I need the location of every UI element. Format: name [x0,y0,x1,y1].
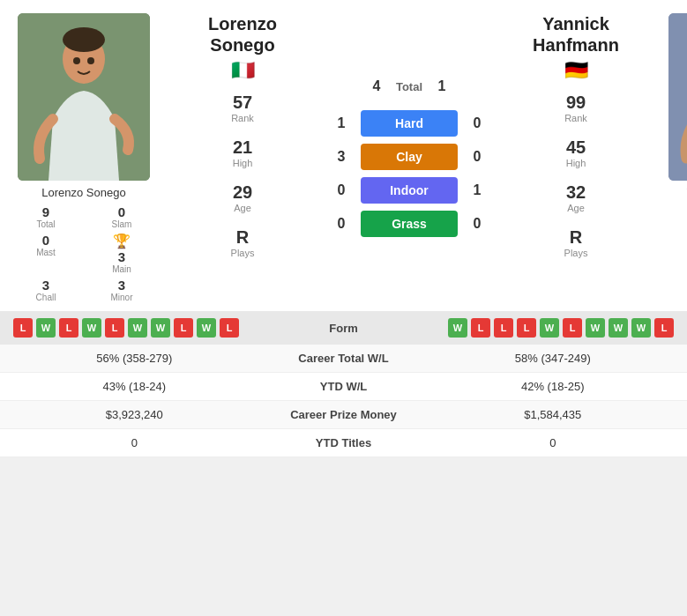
grass-left-score: 0 [331,216,352,232]
stats-row: $3,923,240Career Prize Money$1,584,435 [0,401,687,429]
stats-row: 43% (18-24)YTD W/L42% (18-25) [0,373,687,401]
hard-right-score: 0 [467,115,488,131]
form-badge: L [13,318,33,338]
left-age-label: Age [233,203,252,213]
left-plays-label: Plays [231,248,255,258]
left-form: LWLWLWWLWL [13,318,310,338]
stats-right-value: 58% (347-249) [432,352,675,365]
form-badge: W [151,318,170,338]
right-high-value: 45 [566,137,586,158]
right-rank-value: 99 [564,93,587,113]
h2h-grass-row: 0 Grass 0 [331,211,488,237]
left-player-stats: 9 Total 0 Slam 0 Mast 🏆 3 Main 3 [9,204,159,302]
left-total-label: Total [36,219,55,229]
h2h-hard-row: 1 Hard 0 [331,110,488,137]
left-slam-label: Slam [112,219,132,229]
h2h-section: 4 Total 1 1 Hard 0 3 Clay 0 0 Indoor 1 0 [326,13,492,302]
total-label: Total [396,80,422,93]
form-badge: W [586,318,605,338]
left-minor-value: 3 [118,278,125,293]
left-chall-value: 3 [42,278,49,293]
svg-point-2 [63,27,105,52]
clay-left-score: 3 [331,149,352,165]
form-badge: L [59,318,78,338]
form-badge: L [654,318,674,338]
left-total-value: 9 [42,204,49,219]
right-player-stats: 11 Total 0 Slam 0 Mast 🏆 0 Main 6 [660,204,687,302]
stats-right-value: 42% (18-25) [432,380,675,393]
clay-button[interactable]: Clay [361,144,458,170]
svg-point-3 [73,57,80,64]
stats-right-value: $1,584,435 [432,408,675,421]
right-high-label: High [566,158,586,168]
left-slam-value: 0 [118,204,125,219]
form-badge: W [540,318,559,338]
indoor-left-score: 0 [331,182,352,198]
hard-left-score: 1 [331,115,352,131]
right-age-value: 32 [566,182,586,203]
left-high-label: High [233,158,253,168]
total-left-score: 4 [366,78,387,94]
form-badge: L [174,318,193,338]
form-badge: W [448,318,467,338]
form-badge: W [36,318,56,338]
form-badge: W [128,318,147,338]
total-right-score: 1 [431,78,452,94]
form-section: LWLWLWWLWL Form WLLLWLWWWL [0,311,687,345]
form-badge: L [563,318,582,338]
stats-left-value: 43% (18-24) [13,380,256,393]
stats-left-value: 56% (358-279) [13,352,256,365]
left-minor-label: Minor [110,293,132,302]
left-main-label: Main [112,264,131,274]
right-player-card: Yannick Hanfmann 11 Total 0 Slam 0 Mast … [660,13,687,302]
left-player-photo [18,13,150,181]
hard-button[interactable]: Hard [361,110,458,137]
stats-left-value: 0 [13,436,256,449]
left-chall-label: Chall [36,293,56,302]
right-flag: 🇩🇪 [564,59,588,82]
form-badge: L [105,318,124,338]
right-player-center-name: Yannick Hanfmann [533,13,619,56]
left-mast-label: Mast [36,248,56,257]
left-high-value: 21 [233,137,253,158]
right-plays-value: R [564,227,588,248]
grass-right-score: 0 [467,216,488,232]
stats-right-value: 0 [432,436,675,449]
clay-right-score: 0 [467,149,488,165]
left-flag: 🇮🇹 [231,59,255,82]
left-rank-label: Rank [231,113,254,123]
form-badge: W [82,318,101,338]
right-player-photo [668,13,687,181]
right-plays-label: Plays [564,248,588,258]
left-plays-value: R [231,227,255,248]
left-trophy-icon: 🏆 [113,233,131,249]
left-player-center: Lorenzo Sonego 🇮🇹 57 Rank 21 High 29 Age… [159,13,326,302]
stats-center-label: Career Prize Money [256,408,432,421]
h2h-total-row: 4 Total 1 [366,78,452,94]
stats-center-label: YTD W/L [256,380,432,393]
h2h-indoor-row: 0 Indoor 1 [331,177,488,204]
form-badge: W [609,318,628,338]
right-player-center: Yannick Hanfmann 🇩🇪 99 Rank 45 High 32 A… [492,13,660,302]
form-label: Form [317,322,370,335]
left-player-name: Lorenzo Sonego [41,186,125,199]
form-badge: W [631,318,651,338]
svg-point-4 [87,57,94,64]
left-main-value: 3 [118,249,125,264]
indoor-button[interactable]: Indoor [361,177,458,204]
right-rank-label: Rank [564,113,587,123]
form-badge: L [517,318,536,338]
stats-table: 56% (358-279)Career Total W/L58% (347-24… [0,345,687,457]
stats-left-value: $3,923,240 [13,408,256,421]
stats-row: 0YTD Titles0 [0,429,687,457]
left-player-card: Lorenzo Sonego 9 Total 0 Slam 0 Mast 🏆 3 [9,13,159,302]
form-badge: L [494,318,513,338]
left-age-value: 29 [233,182,252,203]
grass-button[interactable]: Grass [361,211,458,237]
stats-center-label: Career Total W/L [256,352,432,365]
form-badge: W [197,318,216,338]
left-player-center-name: Lorenzo Sonego [208,13,277,56]
left-mast-value: 0 [42,233,49,248]
right-age-label: Age [566,203,586,213]
indoor-right-score: 1 [467,182,488,198]
